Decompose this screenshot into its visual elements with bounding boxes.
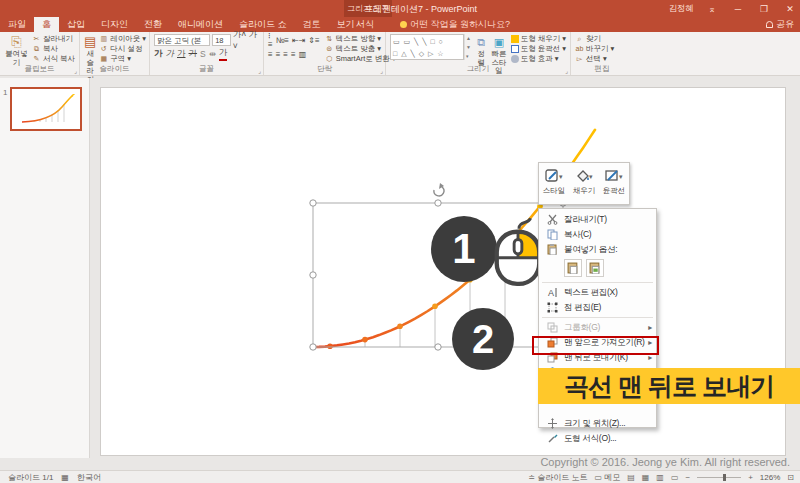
numbering-button[interactable]: №≡ — [276, 36, 289, 45]
underline-button[interactable]: 가 — [177, 48, 186, 60]
paste-button[interactable]: ⎘붙여넣기 — [4, 34, 29, 67]
align-text-button[interactable]: ⊜텍스트 맞춤▾ — [325, 44, 396, 53]
line-spacing-button[interactable]: ⇕≡ — [308, 36, 319, 45]
align-center-button[interactable]: ≡ — [276, 50, 281, 59]
tab-design[interactable]: 디자인 — [93, 17, 136, 32]
normal-view-button[interactable]: ▤ — [627, 473, 635, 482]
menu-item-format-shape[interactable]: 도형 서식(O)... — [539, 431, 656, 446]
find-icon: ⌕ — [575, 35, 584, 43]
grow-shrink-font-buttons[interactable]: 가˄ 가˅ — [233, 34, 259, 46]
font-name-combobox[interactable]: 맑은 고딕 (본 — [154, 34, 210, 46]
reset-icon: ↺ — [99, 45, 108, 53]
section-button[interactable]: ▦구역▾ — [99, 54, 146, 63]
tab-format[interactable]: 서식 — [348, 17, 382, 32]
tab-insert[interactable]: 삽입 — [59, 17, 93, 32]
outline-button[interactable]: ▾ 윤곽선 — [599, 163, 629, 204]
slide-thumbnail[interactable] — [10, 87, 82, 131]
tab-animations[interactable]: 애니메이션 — [170, 17, 231, 32]
caption-banner: 곡선 맨 뒤로 보내기 — [538, 368, 800, 404]
menu-item-copy[interactable]: 복사(C) — [539, 227, 656, 242]
slide-counter: 슬라이드 1/1 — [8, 472, 53, 483]
char-spacing-button[interactable]: ⇹ — [209, 49, 216, 59]
tab-transitions[interactable]: 전환 — [136, 17, 170, 32]
text-shadow-button[interactable]: S — [200, 49, 206, 59]
bold-button[interactable]: 가 — [154, 48, 163, 60]
select-icon: ▻ — [575, 55, 584, 63]
font-size-combobox[interactable]: 18 — [212, 34, 231, 46]
minimize-button[interactable]: ─ — [730, 4, 746, 14]
tab-file[interactable]: 파일 — [0, 17, 34, 32]
copy-icon — [544, 229, 560, 241]
clipboard-dialog-launcher-icon[interactable]: ⌟ — [74, 67, 77, 74]
cut-button[interactable]: ✂잘라내기 — [32, 34, 75, 43]
layout-icon: ▥ — [99, 35, 108, 43]
comments-button[interactable]: ▭ 메모 — [594, 472, 620, 483]
zoom-out-button[interactable]: − — [685, 473, 690, 482]
zoom-slider-thumb[interactable] — [723, 474, 726, 481]
paste-icon: ⎘ — [11, 34, 21, 50]
tab-home[interactable]: 홈 — [34, 17, 59, 32]
find-button[interactable]: ⌕찾기 — [575, 34, 614, 43]
bullets-button[interactable]: ⁝≡ — [268, 31, 273, 49]
shape-gallery[interactable]: ▭ ▭ ╲ ╲ □ ○□ △ ╲ ◇ ▷ ☆ — [390, 34, 464, 60]
replace-button[interactable]: ab바꾸기▾ — [575, 44, 614, 53]
layout-button[interactable]: ▥레이아웃▾ — [99, 34, 146, 43]
text-direction-button[interactable]: ⇅텍스트 방향▾ — [325, 34, 396, 43]
shape-gallery-scroll[interactable]: ▲▼▾ — [464, 34, 471, 60]
share-button[interactable]: 공유 — [766, 17, 794, 32]
indent-buttons[interactable]: ⇤⇥ — [292, 36, 305, 45]
proofing-icon[interactable]: ▦ — [61, 473, 69, 482]
paragraph-dialog-launcher-icon[interactable]: ⌟ — [380, 67, 383, 74]
ribbon-display-options-icon[interactable]: ⌅ — [704, 4, 720, 14]
align-left-button[interactable]: ≡ — [268, 50, 273, 59]
arrange-button[interactable]: ⧉정렬 — [474, 34, 488, 67]
svg-text:A: A — [548, 288, 554, 298]
align-right-button[interactable]: ≡ — [283, 50, 288, 59]
paste-picture-button[interactable] — [586, 259, 604, 277]
style-button[interactable]: ▾ 스타일 — [539, 163, 569, 204]
shape-mini-toolbar: ▾ 스타일 ▾ 채우기 ▾ 윤곽선 — [538, 162, 630, 205]
menu-item-size-position[interactable]: 크기 및 위치(Z)... — [539, 416, 656, 431]
shape-effects-button[interactable]: 도형 효과▾ — [511, 54, 566, 63]
notes-button[interactable]: ≐ 슬라이드 노트 — [528, 472, 587, 483]
tab-review[interactable]: 검토 — [295, 17, 329, 32]
zoom-slider[interactable] — [697, 477, 741, 478]
fit-to-window-button[interactable]: ⊡ — [787, 473, 794, 482]
zoom-in-button[interactable]: + — [748, 473, 753, 482]
language-indicator[interactable]: 한국어 — [77, 472, 101, 483]
shape-fill-button[interactable]: 도형 채우기▾ — [511, 34, 566, 43]
step-2-badge: 2 — [452, 308, 514, 370]
drawing-dialog-launcher-icon[interactable]: ⌟ — [565, 67, 568, 74]
menu-item-group: 그룹화(G)▸ — [539, 320, 656, 335]
user-name[interactable]: 김정혜 — [669, 3, 695, 15]
submenu-arrow-icon: ▸ — [648, 323, 652, 332]
reset-button[interactable]: ↺다시 설정 — [99, 44, 146, 53]
zoom-level[interactable]: 126% — [760, 473, 780, 482]
justify-button[interactable]: ≡ — [291, 50, 296, 59]
format-painter-button[interactable]: ✎서식 복사 — [32, 54, 75, 63]
menu-separator — [542, 282, 653, 283]
menu-item-edit-points[interactable]: 점 편집(E) — [539, 300, 656, 315]
format-shape-icon — [544, 433, 560, 445]
smartart-button[interactable]: ⬡SmartArt로 변환▾ — [325, 54, 396, 63]
slide-sorter-view-button[interactable]: ▦ — [642, 473, 650, 482]
menu-item-cut[interactable]: 잘라내기(T) — [539, 212, 656, 227]
font-color-button[interactable]: 가 — [219, 47, 228, 61]
menu-item-edit-text[interactable]: A 텍스트 편집(X) — [539, 285, 656, 300]
tell-me-box[interactable]: 어떤 작업을 원하시나요? — [400, 17, 510, 32]
close-button[interactable]: ✕ — [782, 4, 798, 14]
paste-keep-formatting-button[interactable] — [564, 259, 582, 277]
reading-view-button[interactable]: ▥ — [656, 473, 664, 482]
replace-icon: ab — [575, 45, 584, 52]
italic-button[interactable]: 가 — [166, 48, 175, 60]
copy-button[interactable]: ⧉복사 — [32, 44, 75, 53]
strikethrough-button[interactable]: 가 — [189, 48, 198, 60]
fill-icon: ▾ — [575, 166, 593, 184]
font-dialog-launcher-icon[interactable]: ⌟ — [258, 67, 261, 74]
maximize-button[interactable]: ❐ — [756, 4, 772, 14]
slideshow-view-button[interactable]: ▭ — [671, 473, 679, 482]
shape-outline-button[interactable]: 도형 윤곽선▾ — [511, 44, 566, 53]
columns-button[interactable]: ▥ — [299, 50, 307, 59]
fill-button[interactable]: ▾ 채우기 — [569, 163, 599, 204]
select-button[interactable]: ▻선택▾ — [575, 54, 614, 63]
